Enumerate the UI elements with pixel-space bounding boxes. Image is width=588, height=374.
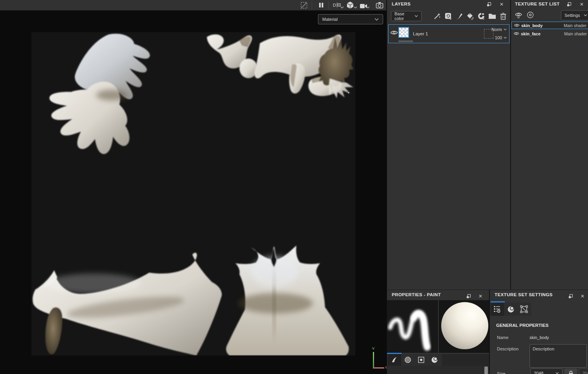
tab-brush[interactable] [388,354,401,366]
chevron-down-icon [374,18,379,21]
tab-material-sphere[interactable] [504,302,517,316]
add-paint-layer-icon[interactable] [455,12,464,20]
description-field[interactable] [530,344,587,368]
chevron-down-icon [504,37,507,39]
stencil-tab-icon [418,356,425,363]
blend-mode-label: Norm [491,27,502,32]
close-icon[interactable]: ✕ [579,1,585,7]
undock-panel-icon[interactable] [486,1,492,7]
opacity-dropdown[interactable]: 100 [495,35,507,40]
chevron-down-icon [415,15,418,17]
layer-thumbnail-bar [398,40,413,42]
size-label: Size [497,371,505,374]
screenshot-camera-icon[interactable] [375,1,384,9]
delete-trash-icon[interactable] [499,12,508,20]
tab-alpha[interactable] [401,354,415,366]
chevron-down-icon [555,372,559,374]
gizmo-u-axis [373,367,384,368]
settings-tabstrip [490,302,531,316]
tab-stencil[interactable] [415,354,428,366]
visibility-cycle-eye-icon[interactable] [514,11,523,19]
material-sphere-tab-icon [507,306,515,313]
svg-text:D: D [333,3,336,7]
texture-set-settings-header: TEXTURE SET SETTINGS ✕ [490,290,588,300]
properties-paint-panel: PROPERTIES - PAINT ✕ [387,290,489,374]
mesh-tab-icon [520,305,528,313]
vertical-scrollbar[interactable] [484,367,488,374]
gizmo-v-label: V [372,346,374,350]
pause-icon[interactable] [317,1,325,9]
close-icon[interactable]: ✕ [499,1,505,7]
eye-icon[interactable] [514,23,520,28]
uv-canvas[interactable] [31,32,355,356]
texture-set-row-skin-body[interactable]: skin_body Main shader [511,22,588,29]
chevron-down-icon [584,14,587,16]
texture-set-name: skin_face [521,31,541,36]
blend-mode-dropdown[interactable]: Norm [491,27,507,32]
add-effect-wand-icon[interactable] [433,12,442,20]
group-folder-icon[interactable] [488,12,497,20]
add-fill-layer-icon[interactable] [444,12,453,20]
settings-dropdown[interactable]: Settings [561,10,588,20]
texture-set-list-title: TEXTURE SET LIST [515,2,560,6]
undock-panel-icon[interactable] [568,293,574,299]
material-preview-tile[interactable] [439,300,489,353]
tab-general-settings[interactable] [491,302,504,316]
close-icon[interactable]: ✕ [477,293,484,299]
close-icon[interactable]: ✕ [579,293,586,299]
material-tab-icon [431,356,438,363]
shading-mode-cube-icon[interactable] [346,1,354,9]
chevron-down-icon [504,28,507,31]
properties-paint-header: PROPERTIES - PAINT ✕ [387,290,489,300]
uv-axis-gizmo: V U [370,346,386,371]
undock-panel-icon[interactable] [466,293,472,299]
tab-material[interactable] [428,354,441,366]
layer-visibility-eye-icon[interactable] [390,30,398,37]
texture-set-settings-panel: TEXTURE SET SETTINGS ✕ GENERAL PROPERTIE… [489,290,588,374]
general-properties-heading: GENERAL PROPERTIES [496,323,548,328]
texture-set-shader: Main shader [564,31,587,36]
settings-dropdown-label: Settings [564,13,580,18]
layers-panel-header: LAYERS ✕ [387,0,510,9]
uv-islands-art [31,32,355,356]
texture-set-row-skin-face[interactable]: skin_face Main shader [511,30,588,37]
selection-disabled-icon[interactable] [299,1,308,9]
toolbar-divider [312,1,312,9]
undock-panel-icon[interactable] [566,1,572,7]
opacity-value: 100 [495,35,502,40]
toolbar-divider [328,1,329,9]
settings-tab-icon [493,305,501,313]
size-lock-button[interactable] [564,368,577,374]
properties-paint-title: PROPERTIES - PAINT [392,292,441,297]
substance-painter-window: D [0,0,588,374]
properties-content-cut [387,366,489,374]
viewport-toolbar: D [0,0,386,11]
description-label: Description [497,346,519,351]
material-mode-dropdown[interactable]: Material [318,14,383,24]
fill-bucket-icon[interactable] [466,12,475,20]
brush-stroke-preview[interactable] [387,300,438,353]
material-preview-sphere [441,302,488,349]
texture-set-list-panel: TEXTURE SET LIST ✕ Settings skin_body Ma… [511,0,588,290]
chevron-down-icon [340,6,344,9]
size-dropdown[interactable]: 2048 [530,368,562,374]
layer-row[interactable]: Layer 1 Norm 100 [388,24,509,43]
solo-eye-icon[interactable] [526,11,535,19]
texture-set-shader: Main shader [564,23,586,28]
properties-tabstrip [387,354,489,366]
name-value[interactable]: skin_body [530,335,549,340]
channel-dropdown[interactable]: Base color [391,11,422,21]
eye-icon[interactable] [513,31,519,36]
material-mode-label: Material [322,17,338,22]
layers-panel: LAYERS ✕ Base color [387,0,510,290]
smart-material-icon[interactable] [477,12,486,20]
texture-set-settings-title: TEXTURE SET SETTINGS [495,292,553,297]
texture-set-list-header: TEXTURE SET LIST ✕ [511,0,588,9]
layer-name[interactable]: Layer 1 [413,31,428,36]
layer-thumbnail[interactable] [398,27,409,38]
camera-view-icon[interactable] [359,2,368,10]
viewport-2d-uv[interactable]: D [0,0,386,374]
gizmo-v-axis [373,352,374,368]
size-value: 2048 [534,371,543,374]
tab-mesh[interactable] [517,302,531,316]
